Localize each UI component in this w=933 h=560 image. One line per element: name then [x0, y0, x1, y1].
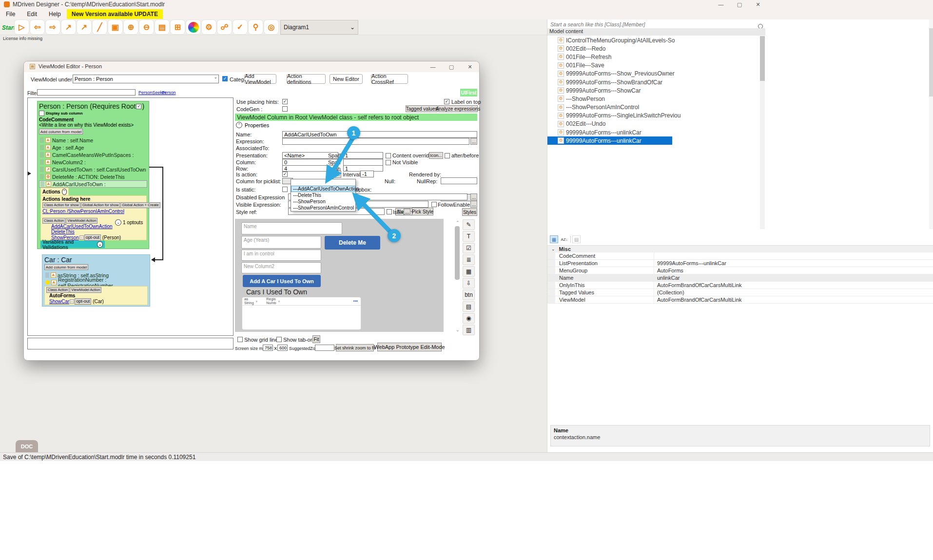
screen-height-field[interactable]: 600: [277, 345, 288, 351]
picklist-option[interactable]: ---AddACarIUsedToOwnAction: [291, 186, 355, 192]
toolbar-button-icon[interactable]: ╱: [93, 20, 107, 34]
scroll-up-icon[interactable]: ⌃: [456, 220, 460, 225]
interval-field[interactable]: -1: [360, 171, 374, 177]
model-list-item[interactable]: ⚙ 99999AutoForms---SingleLinkSwitchPrevi…: [547, 112, 672, 120]
global-action-create-button[interactable]: Global Action + Create: [120, 202, 160, 208]
icon-button[interactable]: Icon...: [429, 152, 443, 159]
preview-newcolumn-input[interactable]: New Column2: [241, 262, 321, 273]
model-list-item[interactable]: ⚙ 001File---Save: [547, 61, 672, 70]
preview-age-input[interactable]: Age (Years): [241, 236, 321, 249]
opt-out-button[interactable]: opt-out: [75, 298, 91, 305]
toolbar-button-icon[interactable]: ⇨: [46, 20, 60, 34]
toolbar-button-icon[interactable]: ▣: [108, 20, 122, 34]
model-list-item[interactable]: ⚙ 99999AutoForms---ShowCar: [547, 86, 672, 95]
tagged-values-button[interactable]: Tagged values: [406, 105, 438, 112]
expression-ellipsis-button[interactable]: ...: [470, 138, 477, 145]
show-car-link[interactable]: ShowCar: [49, 299, 69, 304]
categ-checkbox[interactable]: [222, 76, 228, 81]
viewmodel-column-row[interactable]: A RegistrationNumber : self.Registration…: [44, 279, 148, 286]
add-column-button[interactable]: Add column from model: [39, 129, 83, 135]
widget-tool-icon[interactable]: ▤: [463, 301, 475, 312]
content-override-checkbox[interactable]: [386, 153, 391, 158]
sort-az-icon[interactable]: AZ↓: [560, 235, 569, 243]
expression-field[interactable]: [282, 138, 469, 145]
preview-scrollbar-thumb[interactable]: [455, 226, 460, 280]
viewmodel-action-button[interactable]: ViewModel Action: [70, 287, 101, 293]
picklist-option[interactable]: [291, 179, 355, 186]
person-viewmodel-box[interactable]: Person : Person (Requires Root) Display …: [37, 101, 149, 249]
action-crossref-button[interactable]: Action CrossRef: [371, 74, 408, 84]
show-tab-order-checkbox[interactable]: [276, 337, 282, 342]
variables-validations-bar[interactable]: Variables and Validations ⌄: [40, 241, 105, 248]
class-action-for-show-button[interactable]: Class Action for show: [42, 202, 80, 208]
analyze-expressions-button[interactable]: Analyze expressions: [438, 105, 478, 112]
actions-tab[interactable]: Actions ⌃: [40, 188, 69, 195]
properties-section-header[interactable]: ⌃ Properties: [236, 122, 269, 128]
model-list-item[interactable]: ⚙ 002Edit---Redo: [547, 44, 672, 53]
set-shrink-zoom-button[interactable]: Set shrink zoom to fit: [336, 344, 374, 351]
toolbar-button-icon[interactable]: ▷: [15, 20, 29, 34]
toolbar-button-icon[interactable]: ◎: [264, 20, 278, 34]
viewmodel-column-row[interactable]: A Name : self.Name: [39, 136, 147, 144]
viewmodel-column-row[interactable]: A Age : self.Age: [39, 144, 147, 151]
dialog-maximize-icon[interactable]: ▢: [442, 62, 461, 71]
isexp-checkbox[interactable]: [387, 209, 392, 214]
global-action-for-show-button[interactable]: Global Action for show: [81, 202, 120, 208]
add-a-car-button[interactable]: Add A Car I Used To Own: [243, 275, 321, 287]
name-field[interactable]: AddACarIUsedToOwn: [282, 131, 477, 138]
class-action-button[interactable]: Class Action: [42, 218, 65, 224]
styles-button[interactable]: Styles: [462, 208, 477, 216]
new-editor-button[interactable]: New Editor: [330, 74, 363, 84]
funnel-icon[interactable]: ▾: [278, 299, 280, 304]
not-visible-checkbox[interactable]: [386, 160, 391, 165]
widget-tool-icon[interactable]: ▦: [463, 266, 475, 277]
viewmodel-combo[interactable]: Person : Person: [73, 75, 219, 83]
toolbar-button-icon[interactable]: ⚙: [202, 20, 216, 34]
model-list-item[interactable]: ⚙ IControlTheMenuGrouping/AtAllLevels-So: [547, 36, 672, 44]
search-input[interactable]: [550, 21, 755, 27]
cars-grid[interactable]: asString ▾ RegisNumb ▾ •••: [242, 297, 361, 330]
model-list-item[interactable]: ⚙ 99999AutoForms---Show_PreviousOwner: [547, 70, 672, 78]
widget-tool-icon[interactable]: ▥: [463, 325, 475, 335]
close-button[interactable]: ✕: [749, 0, 767, 9]
list-scrollbar-thumb[interactable]: [760, 36, 765, 81]
widget-tool-icon[interactable]: ◉: [463, 313, 475, 324]
pick-style-button[interactable]: Pick Style: [412, 208, 433, 215]
doc-tab[interactable]: DOC: [16, 440, 38, 452]
property-row[interactable]: CodeComment: [547, 252, 933, 260]
minimize-button[interactable]: —: [712, 0, 730, 9]
toolbar-button-icon[interactable]: ⚲: [249, 20, 263, 34]
nullrep-field[interactable]: [441, 177, 477, 184]
model-list-item[interactable]: ⚙ 001File---Refresh: [547, 53, 672, 61]
menu-file[interactable]: File: [0, 9, 21, 19]
menu-edit[interactable]: Edit: [21, 9, 43, 19]
list-scrollbar[interactable]: [760, 36, 765, 229]
style-ellipsis-button[interactable]: ...: [404, 209, 410, 214]
fit-button[interactable]: Fit: [312, 335, 320, 343]
toolbar-button-icon[interactable]: ⊕: [124, 20, 138, 34]
model-list-item[interactable]: ⚙ ---ShowPersonIAmInControl: [547, 103, 672, 112]
viewmodel-column-row[interactable]: A NewColumn2 :: [39, 158, 147, 166]
grid-menu-icon[interactable]: •••: [353, 299, 358, 304]
toolbar-button-icon[interactable]: [186, 20, 200, 34]
diagram-selector[interactable]: Diagram1 ⌄: [280, 20, 358, 35]
toolbar-button-icon[interactable]: ↗: [77, 20, 91, 34]
picklist-option[interactable]: ---ShowPersonIAmInControl: [291, 205, 355, 211]
span-field[interactable]: 1: [343, 152, 383, 159]
toolbar-button-icon[interactable]: ☍: [217, 20, 232, 34]
picklist-option[interactable]: ---DeleteThis: [291, 192, 355, 198]
menu-help[interactable]: Help: [43, 9, 67, 19]
person-link[interactable]: Person: [162, 90, 176, 95]
property-row[interactable]: MenuGroup AutoForms: [547, 267, 933, 274]
property-row[interactable]: Name unlinkCar: [547, 274, 933, 282]
property-row[interactable]: ViewModel AutoFormBrandOfCarCarsMultiLin…: [547, 296, 933, 304]
add-column-button[interactable]: Add column from model: [44, 264, 88, 270]
widget-tool-icon[interactable]: ⇩: [463, 278, 475, 289]
panel-scrollbar-thumb[interactable]: [929, 28, 933, 97]
screen-width-field[interactable]: 758: [263, 345, 273, 351]
model-list-item[interactable]: ⚙ 99999AutoForms---ShowBrandOfCar: [547, 78, 672, 86]
codegen-checkbox[interactable]: [282, 106, 288, 112]
use-placing-hints-checkbox[interactable]: [282, 99, 288, 104]
action-definitions-button[interactable]: Action definitions: [287, 74, 326, 84]
toolbar-button-icon[interactable]: ⊞: [171, 20, 185, 34]
